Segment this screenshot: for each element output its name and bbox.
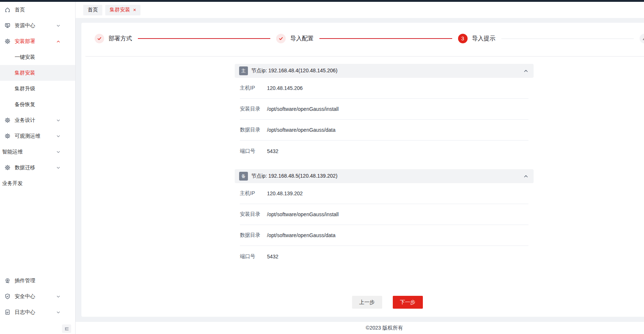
row-label: 数据目录: [240, 232, 267, 239]
tab-home[interactable]: 首页: [83, 5, 102, 15]
gear-icon: [4, 117, 11, 123]
sidebar-item-security-center[interactable]: 安全中心: [0, 288, 75, 304]
sidebar-item-home[interactable]: 首页: [0, 2, 75, 18]
home-icon: [4, 7, 11, 13]
plugin-icon: [4, 277, 11, 284]
next-step-button[interactable]: 下一步: [393, 296, 423, 309]
chevron-down-icon: [56, 23, 61, 28]
panel-title: 节点ip: 192.168.48.4(120.48.145.206): [251, 68, 337, 74]
sidebar-item-one-click-install[interactable]: 一键安装: [0, 49, 75, 65]
step-done-check-icon: [95, 34, 104, 43]
sidebar-bottom-group: 插件管理 安全中心 日志中心: [0, 273, 75, 320]
sidebar-item-label: 安全中心: [15, 293, 35, 300]
chevron-up-icon: [523, 174, 528, 179]
primary-node-badge: 主: [239, 66, 248, 75]
sidebar-item-label: 可观测运维: [15, 133, 40, 139]
sidebar-item-label: 业务设计: [15, 117, 35, 124]
detail-row-port: 端口号 5432: [240, 246, 528, 267]
sidebar-item-plugin-manage[interactable]: 插件管理: [0, 273, 75, 288]
sidebar-item-install-deploy[interactable]: 安装部署: [0, 33, 75, 49]
sidebar-item-label: 业务开发: [2, 180, 23, 187]
sidebar-item-label: 集群升级: [15, 86, 35, 92]
page-footer: ©2023 版权所有: [76, 322, 644, 334]
wizard-actions: 上一步 下一步: [81, 296, 644, 309]
sidebar-item-label: 一键安装: [15, 54, 35, 61]
detail-row-data-dir: 数据目录 /opt/software/openGauss/data: [240, 225, 528, 246]
step-title: 部署方式: [109, 35, 132, 43]
tab-cluster-install[interactable]: 集群安装 ×: [105, 5, 140, 15]
step-connector: [138, 38, 270, 39]
row-value: 120.48.139.202: [267, 190, 303, 196]
chevron-down-icon: [56, 118, 61, 123]
stepper-divider: [85, 56, 644, 57]
collapse-sidebar-button[interactable]: [62, 324, 71, 333]
step-title: 导入配置: [290, 35, 314, 43]
node-panels: 主 节点ip: 192.168.48.4(120.48.145.206) 主机I…: [235, 64, 534, 267]
sidebar-item-label: 数据迁移: [15, 164, 35, 171]
sidebar-item-label: 插件管理: [15, 277, 35, 284]
sidebar-item-label: 安装部署: [15, 38, 35, 45]
row-value: 5432: [267, 148, 278, 154]
document-icon: [4, 309, 11, 315]
panel-header-primary[interactable]: 主 节点ip: 192.168.48.4(120.48.145.206): [235, 64, 534, 78]
top-dark-bar: [0, 0, 644, 2]
sidebar-item-observability-ops[interactable]: 可观测运维: [0, 128, 75, 144]
step-number: 3: [458, 34, 468, 43]
row-value: /opt/software/openGauss/data: [267, 127, 336, 133]
tab-bar: 首页 集群安装 ×: [76, 2, 644, 18]
row-label: 数据目录: [240, 127, 267, 133]
sidebar-item-data-migration[interactable]: 数据迁移: [0, 160, 75, 175]
step-connector: [319, 38, 452, 39]
close-tab-icon[interactable]: ×: [133, 7, 136, 12]
step-number: 4: [640, 34, 644, 43]
sidebar-item-business-design[interactable]: 业务设计: [0, 112, 75, 128]
sidebar-nav: 首页 资源中心 安装部署: [0, 2, 75, 191]
sidebar-item-label: 日志中心: [15, 309, 35, 316]
sidebar-item-label: 集群安装: [15, 70, 35, 76]
copyright-text: ©2023 版权所有: [366, 325, 403, 331]
panel-header-standby[interactable]: 备 节点ip: 192.168.48.5(120.48.139.202): [235, 169, 534, 183]
node-panel-standby: 备 节点ip: 192.168.48.5(120.48.139.202) 主机I…: [235, 169, 534, 267]
shield-check-icon: [4, 293, 11, 299]
chevron-down-icon: [56, 294, 61, 299]
tab-label: 首页: [88, 7, 98, 13]
detail-row-install-dir: 安装目录 /opt/software/openGauss/install: [240, 99, 528, 120]
sidebar-item-cluster-install[interactable]: 集群安装: [0, 65, 75, 81]
row-value: /opt/software/openGauss/install: [267, 106, 339, 112]
tab-label: 集群安装: [110, 7, 130, 13]
gear-icon: [4, 38, 11, 44]
row-label: 端口号: [240, 148, 267, 155]
monitor-icon: [4, 22, 11, 29]
chevron-up-icon: [56, 39, 61, 44]
chevron-down-icon: [56, 310, 61, 315]
step-done-check-icon: [276, 34, 286, 43]
previous-step-button[interactable]: 上一步: [352, 296, 382, 309]
sidebar-item-resource-center[interactable]: 资源中心: [0, 18, 75, 33]
collapse-sidebar-icon: [64, 326, 69, 331]
sidebar-item-business-dev[interactable]: 业务开发: [0, 175, 75, 191]
standby-node-badge: 备: [239, 172, 248, 181]
row-label: 安装目录: [240, 106, 267, 112]
sidebar: 首页 资源中心 安装部署: [0, 2, 76, 334]
node-panel-primary: 主 节点ip: 192.168.48.4(120.48.145.206) 主机I…: [235, 64, 534, 161]
sidebar-item-intelligent-ops[interactable]: 智能运维: [0, 144, 75, 160]
row-value: /opt/software/openGauss/data: [267, 232, 336, 238]
row-label: 主机IP: [240, 85, 267, 91]
row-label: 端口号: [240, 253, 267, 260]
row-value: /opt/software/openGauss/install: [267, 211, 339, 217]
panel-body: 主机IP 120.48.139.202 安装目录 /opt/software/o…: [235, 183, 534, 267]
chevron-down-icon: [56, 150, 61, 154]
sidebar-item-log-center[interactable]: 日志中心: [0, 304, 75, 320]
step-connector: [501, 39, 634, 39]
detail-row-host-ip: 主机IP 120.48.139.202: [240, 183, 528, 204]
chevron-down-icon: [56, 134, 61, 138]
step-deploy-mode: 部署方式: [95, 34, 132, 43]
detail-row-install-dir: 安装目录 /opt/software/openGauss/install: [240, 204, 528, 225]
wizard-stepper: 部署方式 导入配置 3 导入提示 4: [81, 23, 644, 43]
step-title: 导入提示: [472, 35, 495, 43]
detail-row-data-dir: 数据目录 /opt/software/openGauss/data: [240, 120, 528, 141]
gear-icon: [4, 133, 11, 139]
sidebar-item-cluster-upgrade[interactable]: 集群升级: [0, 81, 75, 97]
row-value: 120.48.145.206: [267, 85, 303, 91]
sidebar-item-backup-restore[interactable]: 备份恢复: [0, 97, 75, 112]
